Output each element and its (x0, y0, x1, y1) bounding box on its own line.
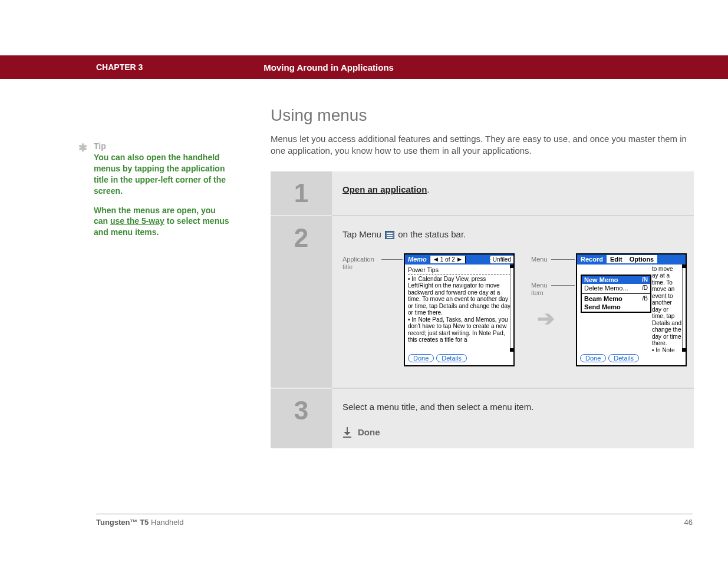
label-menu: Menu (531, 256, 548, 263)
menu-edit: Edit (607, 255, 626, 263)
tip-sidebar: ✱ Tip You can also open the handheld men… (76, 141, 229, 246)
section-title: Using menus (271, 106, 694, 125)
step-row-1: 1 Open an application. (271, 171, 694, 216)
intro-text: Menus let you access additional features… (271, 133, 694, 157)
step-row-3: 3 Select a menu title, and then select a… (271, 388, 694, 448)
shot1-done-button: Done (408, 354, 434, 362)
step-number-2: 2 (271, 223, 332, 253)
scrollbar (510, 265, 513, 352)
shot1-details-button: Details (436, 354, 467, 362)
step-number-1: 1 (271, 178, 332, 208)
step2-text-suffix: on the status bar. (398, 229, 466, 239)
tip-paragraph-1: You can also open the handheld menus by … (94, 152, 229, 197)
step-row-2: 2 Tap Menu on the status bar. Applicatio… (271, 216, 694, 388)
triangle-left-icon: ◀ (434, 256, 438, 262)
shot2-details-button: Details (608, 354, 639, 362)
shot1-nav: ◀1 of 2▶ (430, 256, 466, 263)
arrow-right-icon: ➔ (537, 306, 555, 331)
menu-item-send-memo: Send Memo (582, 303, 650, 312)
step2-text-prefix: Tap Menu (342, 229, 384, 239)
menu-item-beam-memo: Beam Memo/B (582, 295, 650, 303)
triangle-right-icon: ▶ (457, 256, 462, 262)
tip-link-5way[interactable]: use the 5-way (110, 216, 164, 226)
done-label: Done (358, 427, 380, 437)
scrollbar (682, 265, 686, 352)
menu-options: Options (626, 255, 658, 263)
menu-item-delete-memo: Delete Memo.../D (582, 284, 650, 293)
menu-icon (385, 231, 394, 239)
shot1-app-title: Memo (405, 255, 430, 263)
shot1-category: Unfiled (490, 256, 513, 263)
callout-line (551, 259, 575, 260)
page-number: 46 (684, 518, 693, 527)
shot1-body-text: • In Calendar Day View, press Left/Right… (408, 276, 510, 343)
chapter-title: Moving Around in Applications (263, 62, 394, 72)
header-bar: CHAPTER 3 Moving Around in Applications (0, 55, 728, 79)
step3-text: Select a menu title, and then select a m… (342, 402, 533, 412)
step-number-3: 3 (271, 396, 332, 425)
product-name: Tungsten™ T5 Handheld (96, 518, 184, 527)
step-table: 1 Open an application. 2 Tap Menu on the… (271, 171, 694, 448)
chapter-label: CHAPTER 3 (96, 62, 143, 72)
menu-item-new-memo: New Memo/N (582, 276, 650, 285)
menu-dropdown: New Memo/N Delete Memo.../D Beam Memo/B … (581, 275, 651, 313)
shot1-heading: Power Tips (408, 266, 510, 275)
footer: Tungsten™ T5 Handheld 46 (96, 514, 693, 527)
tip-paragraph-2: When the menus are open, you can use the… (94, 205, 229, 239)
done-arrow-icon (342, 427, 352, 438)
callout-line (551, 285, 575, 286)
label-menu-item: Menu item (531, 282, 555, 297)
label-application-title: Application title (342, 256, 381, 271)
shot2-done-button: Done (580, 354, 606, 362)
open-application-link[interactable]: Open an application (342, 184, 427, 194)
callout-line (381, 259, 403, 260)
asterisk-icon: ✱ (78, 141, 87, 154)
screenshot-memo-menu-open: Record Edit Options New Memo/N Delete Me… (576, 253, 687, 366)
tip-label: Tip (94, 141, 229, 151)
menu-record: Record (577, 255, 607, 263)
screenshot-memo-app: Memo ◀1 of 2▶ Unfiled Power Tips • In Ca… (404, 253, 515, 366)
